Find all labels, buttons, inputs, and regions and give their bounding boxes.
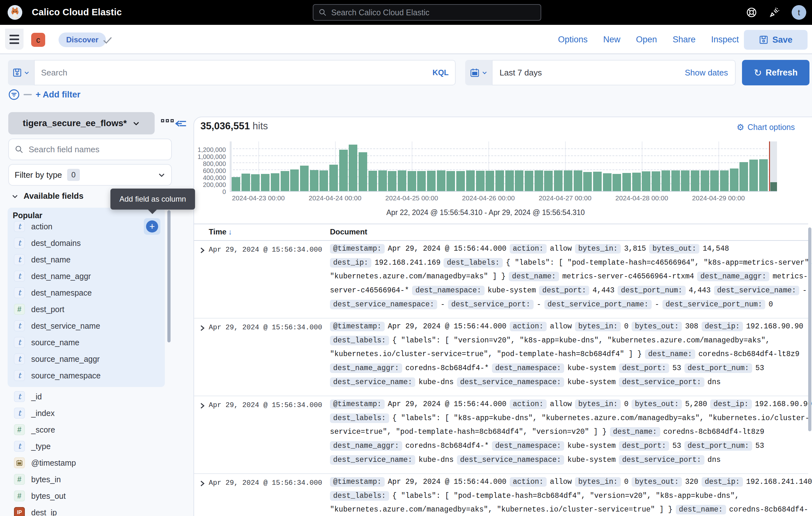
date-picker-menu-button[interactable] xyxy=(465,60,492,85)
field-search-box[interactable] xyxy=(8,139,172,160)
histogram-bar[interactable] xyxy=(456,171,465,191)
histogram-bar[interactable] xyxy=(486,171,494,191)
sidebar-field-source_name_aggr[interactable]: tsource_name_aggr xyxy=(8,351,165,367)
histogram-bar[interactable] xyxy=(446,171,455,191)
sidebar-field-_type[interactable]: t_type xyxy=(8,438,165,455)
sidebar-field-_id[interactable]: t_id xyxy=(8,388,165,405)
histogram-bar[interactable] xyxy=(632,173,641,191)
histogram-bar[interactable] xyxy=(759,159,768,191)
sidebar-field-bytes_in[interactable]: #bytes_in xyxy=(8,471,165,488)
histogram-bar[interactable] xyxy=(310,170,319,191)
histogram-bar[interactable] xyxy=(710,170,719,191)
global-search-input[interactable] xyxy=(331,8,535,17)
histogram-bar[interactable] xyxy=(417,171,426,191)
time-range-value[interactable]: Last 7 days xyxy=(499,68,685,78)
histogram-bar[interactable] xyxy=(358,152,367,191)
histogram-bar[interactable] xyxy=(339,150,348,191)
sidebar-field-action[interactable]: taction xyxy=(8,218,165,235)
histogram-bar[interactable] xyxy=(622,173,631,191)
add-filter-button[interactable]: + Add filter xyxy=(36,90,81,100)
histogram-bar[interactable] xyxy=(378,170,387,191)
sidebar-field-_index[interactable]: t_index xyxy=(8,405,165,422)
show-dates-button[interactable]: Show dates xyxy=(685,68,728,78)
sidebar-field-bytes_out[interactable]: #bytes_out xyxy=(8,488,165,504)
histogram-bar[interactable] xyxy=(691,170,699,191)
sidebar-field-source_namespace[interactable]: tsource_namespace xyxy=(8,367,165,384)
sidebar-field-source_name[interactable]: tsource_name xyxy=(8,334,165,351)
expand-row-icon[interactable] xyxy=(199,480,206,487)
refresh-button[interactable]: ↻ Refresh xyxy=(742,60,809,85)
nav-link-inspect[interactable]: Inspect xyxy=(711,35,739,45)
histogram-bar[interactable] xyxy=(281,171,289,191)
sidebar-field-@timestamp[interactable]: @timestamp xyxy=(8,455,165,471)
help-icon[interactable] xyxy=(746,7,757,18)
histogram-chart[interactable]: 0200,000400,000600,000800,0001,000,0001,… xyxy=(194,141,789,192)
histogram-bar[interactable] xyxy=(437,170,445,191)
nav-link-new[interactable]: New xyxy=(603,35,620,45)
histogram-bar[interactable] xyxy=(740,162,748,191)
histogram-bar[interactable] xyxy=(730,168,738,191)
histogram-bar[interactable] xyxy=(398,170,406,191)
sidebar-field-dest_namespace[interactable]: tdest_namespace xyxy=(8,284,165,301)
sidebar-field-dest_name[interactable]: tdest_name xyxy=(8,251,165,268)
histogram-bar[interactable] xyxy=(642,171,650,191)
histogram-bar[interactable] xyxy=(300,166,309,191)
time-column-header[interactable]: Time ↓ xyxy=(209,227,232,236)
histogram-bar[interactable] xyxy=(574,170,582,191)
space-badge[interactable]: c xyxy=(31,33,45,47)
sidebar-field-dest_service_name[interactable]: tdest_service_name xyxy=(8,318,165,334)
add-field-as-column-button[interactable]: + xyxy=(144,218,161,235)
sidebar-field-_score[interactable]: #_score xyxy=(8,422,165,438)
histogram-bar[interactable] xyxy=(593,172,602,191)
expand-row-icon[interactable] xyxy=(199,402,206,410)
histogram-bar[interactable] xyxy=(662,170,670,191)
date-range-control[interactable]: Last 7 days Show dates xyxy=(492,60,736,85)
field-filter-boxes-icon[interactable] xyxy=(161,119,174,122)
histogram-bar[interactable] xyxy=(525,171,533,191)
sidebar-field-dest_domains[interactable]: tdest_domains xyxy=(8,235,165,251)
histogram-bar[interactable] xyxy=(476,171,485,191)
sort-desc-icon[interactable]: ↓ xyxy=(228,227,232,236)
filter-by-type-dropdown[interactable]: Filter by type 0 xyxy=(8,164,172,186)
sidebar-scrollbar[interactable] xyxy=(167,210,171,343)
histogram-bar[interactable] xyxy=(770,182,777,191)
collapse-sidebar-icon[interactable] xyxy=(174,117,187,130)
saved-query-menu-button[interactable] xyxy=(8,60,34,85)
histogram-bar[interactable] xyxy=(749,160,758,191)
histogram-bar[interactable] xyxy=(720,170,729,191)
histogram-plot-area[interactable] xyxy=(230,141,777,192)
histogram-bar[interactable] xyxy=(232,177,240,191)
sidebar-field-dest_ip[interactable]: IPdest_ip xyxy=(8,504,165,516)
available-fields-header[interactable]: Available fields xyxy=(11,191,83,201)
histogram-bar[interactable] xyxy=(544,171,553,191)
breadcrumb[interactable]: Discover xyxy=(59,32,106,47)
global-search[interactable] xyxy=(313,4,541,21)
histogram-bar[interactable] xyxy=(290,169,299,191)
expand-row-icon[interactable] xyxy=(199,247,206,254)
histogram-bar[interactable] xyxy=(583,172,592,191)
histogram-bar[interactable] xyxy=(701,170,709,191)
histogram-bar[interactable] xyxy=(681,170,690,191)
histogram-bar[interactable] xyxy=(651,171,660,191)
histogram-bar[interactable] xyxy=(515,170,523,191)
histogram-bar[interactable] xyxy=(466,170,475,191)
sidebar-field-dest_port[interactable]: #dest_port xyxy=(8,301,165,318)
histogram-bar[interactable] xyxy=(408,171,416,191)
kql-label[interactable]: KQL xyxy=(432,68,448,77)
sidebar-field-dest_name_aggr[interactable]: tdest_name_aggr xyxy=(8,268,165,284)
nav-link-options[interactable]: Options xyxy=(558,35,588,45)
histogram-bar[interactable] xyxy=(388,171,397,191)
histogram-bar[interactable] xyxy=(671,170,680,191)
histogram-bar[interactable] xyxy=(427,171,436,191)
nav-link-share[interactable]: Share xyxy=(673,35,696,45)
filter-settings-icon[interactable] xyxy=(8,88,20,101)
histogram-bar[interactable] xyxy=(349,144,357,191)
histogram-bar[interactable] xyxy=(241,173,250,191)
histogram-bar[interactable] xyxy=(261,174,269,191)
histogram-bar[interactable] xyxy=(612,174,621,191)
app-logo[interactable] xyxy=(8,5,22,20)
kql-query-bar[interactable]: KQL xyxy=(34,60,456,85)
histogram-bar[interactable] xyxy=(534,170,543,191)
user-avatar[interactable]: t xyxy=(792,5,806,20)
histogram-bar[interactable] xyxy=(369,171,377,191)
